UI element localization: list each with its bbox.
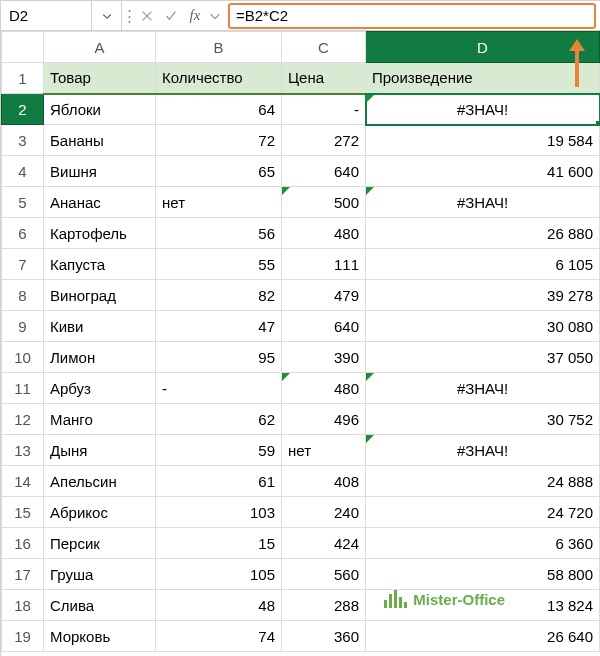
row-header[interactable]: 10 [2, 342, 44, 373]
fx-dropdown[interactable] [208, 5, 222, 27]
cell[interactable]: 48 [156, 590, 282, 621]
row-header[interactable]: 14 [2, 466, 44, 497]
row-header[interactable]: 11 [2, 373, 44, 404]
cell[interactable]: #ЗНАЧ! [366, 435, 600, 466]
row-header[interactable]: 8 [2, 280, 44, 311]
col-header-a[interactable]: A [44, 32, 156, 63]
name-box-dropdown[interactable] [92, 1, 122, 30]
cell[interactable]: 272 [282, 125, 366, 156]
col-header-d[interactable]: D [366, 32, 600, 63]
cell[interactable]: 496 [282, 404, 366, 435]
col-header-b[interactable]: B [156, 32, 282, 63]
row-header[interactable]: 12 [2, 404, 44, 435]
cell[interactable]: Яблоки [44, 94, 156, 125]
cell[interactable]: 24 720 [366, 497, 600, 528]
cell[interactable]: Абрикос [44, 497, 156, 528]
cell[interactable]: 6 360 [366, 528, 600, 559]
cell[interactable]: 240 [282, 497, 366, 528]
row-header[interactable]: 2 [2, 94, 44, 125]
cell[interactable]: Апельсин [44, 466, 156, 497]
cell[interactable]: #ЗНАЧ! [366, 94, 600, 125]
cell[interactable]: 82 [156, 280, 282, 311]
cell[interactable]: 288 [282, 590, 366, 621]
cell[interactable]: 19 584 [366, 125, 600, 156]
cell[interactable]: 64 [156, 94, 282, 125]
select-all-cell[interactable] [2, 32, 44, 63]
cell[interactable]: 560 [282, 559, 366, 590]
cell[interactable]: #ЗНАЧ! [366, 187, 600, 218]
cell[interactable]: 390 [282, 342, 366, 373]
cell[interactable]: 480 [282, 218, 366, 249]
cell[interactable]: 105 [156, 559, 282, 590]
cell[interactable]: 58 800 [366, 559, 600, 590]
cell[interactable]: 65 [156, 156, 282, 187]
formula-input[interactable] [236, 7, 588, 24]
cell[interactable]: 37 050 [366, 342, 600, 373]
row-header[interactable]: 7 [2, 249, 44, 280]
cell[interactable]: 62 [156, 404, 282, 435]
cell[interactable]: 26 640 [366, 621, 600, 652]
row-header[interactable]: 13 [2, 435, 44, 466]
header-cell[interactable]: Произведение [366, 63, 600, 94]
row-header[interactable]: 17 [2, 559, 44, 590]
header-cell[interactable]: Товар [44, 63, 156, 94]
cell[interactable]: Ананас [44, 187, 156, 218]
cell[interactable]: #ЗНАЧ! [366, 373, 600, 404]
cell[interactable]: нет [156, 187, 282, 218]
cell[interactable]: Персик [44, 528, 156, 559]
cell[interactable]: Картофель [44, 218, 156, 249]
cell[interactable]: 72 [156, 125, 282, 156]
cell[interactable]: 26 880 [366, 218, 600, 249]
cell[interactable]: нет [282, 435, 366, 466]
enter-button[interactable] [160, 5, 182, 27]
cell[interactable]: Киви [44, 311, 156, 342]
cell[interactable]: 55 [156, 249, 282, 280]
cell[interactable]: Морковь [44, 621, 156, 652]
row-header[interactable]: 15 [2, 497, 44, 528]
cell[interactable]: 640 [282, 311, 366, 342]
cell[interactable]: 74 [156, 621, 282, 652]
cell[interactable]: 6 105 [366, 249, 600, 280]
cell[interactable]: Манго [44, 404, 156, 435]
cell[interactable]: 479 [282, 280, 366, 311]
cell[interactable]: Вишня [44, 156, 156, 187]
cell[interactable]: 15 [156, 528, 282, 559]
row-header[interactable]: 9 [2, 311, 44, 342]
cell[interactable]: 59 [156, 435, 282, 466]
cell[interactable]: Груша [44, 559, 156, 590]
cell[interactable]: 41 600 [366, 156, 600, 187]
cell[interactable]: 111 [282, 249, 366, 280]
row-header[interactable]: 4 [2, 156, 44, 187]
header-cell[interactable]: Количество [156, 63, 282, 94]
row-header[interactable]: 6 [2, 218, 44, 249]
cell[interactable]: 30 752 [366, 404, 600, 435]
insert-function-button[interactable]: fx [184, 5, 206, 27]
cell[interactable]: 500 [282, 187, 366, 218]
cell[interactable]: Капуста [44, 249, 156, 280]
cell[interactable]: 30 080 [366, 311, 600, 342]
cell[interactable]: 103 [156, 497, 282, 528]
row-header[interactable]: 3 [2, 125, 44, 156]
cell[interactable]: 61 [156, 466, 282, 497]
cell[interactable]: 56 [156, 218, 282, 249]
cell[interactable]: Арбуз [44, 373, 156, 404]
cell[interactable]: 13 824 [366, 590, 600, 621]
cell[interactable]: - [282, 94, 366, 125]
row-header[interactable]: 18 [2, 590, 44, 621]
cell[interactable]: 39 278 [366, 280, 600, 311]
cell[interactable]: 640 [282, 156, 366, 187]
row-header[interactable]: 5 [2, 187, 44, 218]
cell[interactable]: 480 [282, 373, 366, 404]
cell[interactable]: 360 [282, 621, 366, 652]
cell[interactable]: Слива [44, 590, 156, 621]
name-box[interactable]: D2 [1, 1, 92, 30]
row-header[interactable]: 1 [2, 63, 44, 94]
cell[interactable]: 47 [156, 311, 282, 342]
cell[interactable]: Бананы [44, 125, 156, 156]
col-header-c[interactable]: C [282, 32, 366, 63]
cell[interactable]: 424 [282, 528, 366, 559]
header-cell[interactable]: Цена [282, 63, 366, 94]
cell[interactable]: Дыня [44, 435, 156, 466]
cell[interactable]: Виноград [44, 280, 156, 311]
row-header[interactable]: 16 [2, 528, 44, 559]
